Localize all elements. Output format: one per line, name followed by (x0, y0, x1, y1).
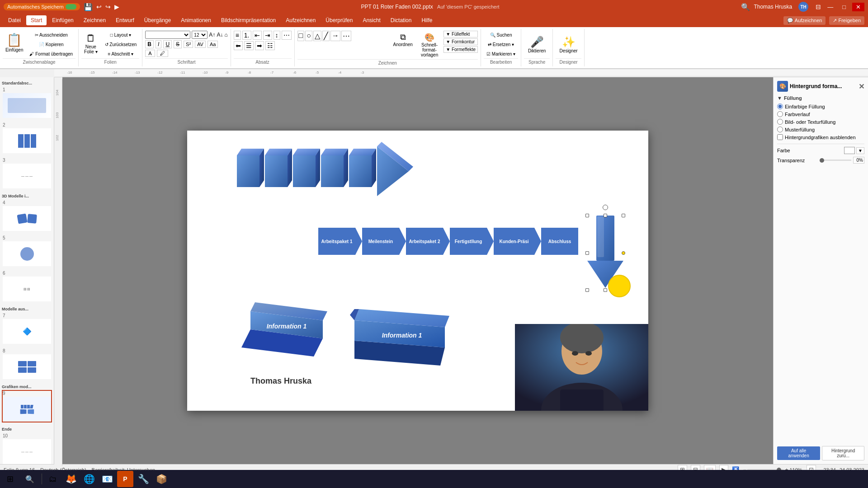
slide-thumb-6[interactable]: 6 ▤ ▤ (2, 270, 52, 302)
abschnitt-btn[interactable]: ≡ Abschnitt ▾ (102, 50, 140, 58)
clear-format-btn[interactable]: ⌂ (224, 32, 227, 38)
save-icon[interactable]: 💾 (84, 3, 93, 11)
rotate-handle[interactable] (603, 205, 608, 210)
undo-icon[interactable]: ↩ (96, 3, 102, 10)
apply-all-btn[interactable]: Auf alle anwenden (777, 446, 820, 460)
format-uebertragen-btn[interactable]: 🖌 Format übertragen (27, 50, 75, 58)
radio-einfarbig[interactable] (777, 103, 783, 109)
shape-more[interactable]: ⋯ (341, 31, 351, 41)
taskbar-app-4[interactable]: 📦 (153, 471, 170, 487)
close-btn[interactable]: ✕ (852, 3, 864, 11)
radio-bild[interactable] (777, 119, 783, 125)
indent-decrease-btn[interactable]: ⇤ (253, 31, 262, 40)
big-blue-arrow-selected[interactable] (587, 216, 623, 290)
shape-triangle[interactable]: △ (313, 31, 321, 41)
neue-folie-btn[interactable]: 🗒 Neue Folie ▾ (81, 31, 100, 56)
checkbox-hintergrund[interactable] (777, 134, 783, 140)
transparenz-slider-track[interactable] (820, 160, 851, 161)
handle-tl[interactable] (585, 214, 589, 217)
taskbar-email[interactable]: 📧 (99, 471, 115, 487)
italic-btn[interactable]: I (156, 40, 161, 48)
highlight-btn[interactable]: 🖊 (157, 50, 168, 57)
slide-thumb-1[interactable]: 1 (2, 86, 52, 119)
autosave-toggle-switch[interactable] (66, 4, 76, 9)
menu-ansicht[interactable]: Ansicht (358, 15, 385, 25)
increase-font-btn[interactable]: A↑ (209, 32, 215, 38)
diktieren-btn[interactable]: 🎤 Diktieren (525, 34, 548, 55)
panel-close-btn[interactable]: ✕ (859, 82, 864, 91)
justify-btn[interactable]: ☷ (265, 41, 275, 50)
char-spacing-btn[interactable]: AV (195, 41, 206, 48)
menu-dictation[interactable]: Dictation (386, 15, 416, 25)
align-right-btn[interactable]: ➡ (255, 41, 264, 50)
taskbar-browser-1[interactable]: 🦊 (63, 471, 79, 487)
ersetzen-btn[interactable]: ⇄ Ersetzen ▾ (484, 40, 518, 49)
font-color-btn[interactable]: A (145, 50, 155, 57)
align-left-btn[interactable]: ⬅ (234, 41, 243, 50)
anordnen-btn[interactable]: ⧉ Anordnen (391, 31, 415, 49)
fuelleffekt-btn[interactable]: ▼ Fülleffekt (443, 31, 478, 38)
menu-start[interactable]: Start (26, 15, 47, 25)
maximize-btn[interactable]: □ (840, 3, 849, 11)
menu-zeichnen[interactable]: Zeichnen (79, 15, 110, 25)
color-dropdown-btn[interactable]: ▼ (856, 147, 864, 154)
text-direction-btn[interactable]: ↕ (274, 31, 280, 40)
menu-hilfe[interactable]: Hilfe (417, 15, 437, 25)
reset-btn[interactable]: Hintergrund zurü... (822, 446, 864, 460)
slide-thumb-10[interactable]: 10 — — — (2, 432, 52, 464)
markieren-btn[interactable]: ☑ Markieren ▾ (484, 50, 518, 58)
share-btn[interactable]: ↗ Freigeben (829, 16, 864, 25)
font-size-select[interactable]: 12 (192, 31, 208, 39)
comments-btn[interactable]: 💬 Aufzeichnen (783, 16, 826, 25)
taskbar-search-btn[interactable]: 🔍 (21, 470, 39, 488)
taskbar-file-manager[interactable]: 🗂 (45, 471, 61, 487)
indent-increase-btn[interactable]: ⇥ (263, 31, 272, 40)
menu-bildschirmpraesenation[interactable]: Bildschirmpräsentation (217, 15, 280, 25)
slide-thumb-8[interactable]: 8 (2, 347, 52, 380)
bold-btn[interactable]: B (145, 40, 154, 48)
designer-btn[interactable]: ✨ Designer (557, 34, 580, 55)
canvas-area[interactable]: Arbeitspaket 1 Meilenstein Arbeitspaket … (62, 77, 773, 464)
taskbar-browser-2[interactable]: 🌐 (81, 471, 97, 487)
font-family-select[interactable] (145, 31, 190, 39)
shadow-btn[interactable]: S² (184, 41, 193, 48)
font-case-btn[interactable]: Aa (208, 41, 218, 48)
minimize-btn[interactable]: — (825, 3, 836, 11)
slide-thumb-2[interactable]: 2 (2, 122, 52, 154)
schnellformat-btn[interactable]: 🎨 Schnell- format- vorlagen (418, 31, 441, 59)
present-icon[interactable]: ▶ (114, 3, 119, 10)
formkontur-btn[interactable]: ▼ Formkontur (443, 38, 478, 45)
zuruecksetzen-btn[interactable]: ↺ Zurücksetzen (102, 40, 140, 49)
handle-mr[interactable] (622, 251, 625, 255)
list-unordered-btn[interactable]: ≡ (234, 31, 241, 40)
slide-thumb-5[interactable]: 5 (2, 235, 52, 267)
menu-animationen[interactable]: Animationen (176, 15, 216, 25)
radio-muster[interactable] (777, 127, 783, 132)
handle-tr[interactable] (622, 214, 625, 217)
search-icon[interactable]: 🔍 (741, 3, 750, 11)
formeffekte-btn[interactable]: ▼ Formeffekte (443, 46, 478, 53)
menu-aufzeichnen[interactable]: Aufzeichnen (281, 15, 320, 25)
layout-btn[interactable]: □ Layout ▾ (102, 31, 140, 39)
handle-ml[interactable] (585, 251, 589, 255)
smartart-btn[interactable]: ⋯ (282, 31, 292, 40)
taskbar-app-3[interactable]: 🔧 (135, 471, 151, 487)
taskbar-windows-btn[interactable]: ⊞ (1, 470, 19, 488)
slide-thumb-4[interactable]: 4 (2, 199, 52, 232)
handle-tm[interactable] (604, 214, 607, 217)
slide-thumb-3[interactable]: 3 — — — (2, 157, 52, 189)
shape-line[interactable]: ╱ (322, 31, 330, 41)
list-ordered-btn[interactable]: 1. (242, 31, 251, 40)
underline-btn[interactable]: U (163, 40, 172, 48)
taskbar-powerpoint[interactable]: P (117, 471, 133, 487)
decrease-font-btn[interactable]: A↓ (217, 32, 223, 38)
strikethrough-btn[interactable]: S (174, 40, 182, 48)
shape-rect[interactable]: □ (297, 31, 305, 41)
redo-icon[interactable]: ↪ (105, 3, 111, 10)
radio-farbverlauf[interactable] (777, 111, 783, 117)
einfuegen-btn[interactable]: 📋 Einfügen (3, 31, 26, 54)
kopieren-btn[interactable]: 📄 Kopieren (27, 40, 75, 49)
shape-arrow[interactable]: → (330, 31, 340, 41)
align-center-btn[interactable]: ☰ (244, 41, 254, 50)
suchen-btn[interactable]: 🔍 Suchen (484, 31, 518, 39)
